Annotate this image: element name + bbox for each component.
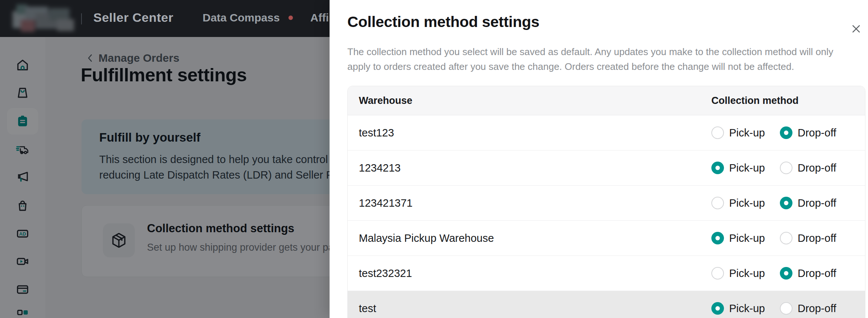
radio-label: Drop-off: [798, 162, 836, 174]
table-row: testPick-upDrop-off: [348, 291, 865, 318]
collection-method-table: Warehouse Collection method test123Pick-…: [347, 86, 865, 318]
dropoff-option[interactable]: Drop-off: [780, 150, 836, 185]
modal-description: The collection method you select will be…: [347, 44, 842, 74]
notification-dot: [288, 16, 293, 20]
dropoff-option[interactable]: Drop-off: [780, 221, 836, 256]
radio-label: Pick-up: [729, 162, 765, 174]
pickup-option[interactable]: Pick-up: [711, 221, 765, 256]
column-header-warehouse: Warehouse: [359, 95, 413, 106]
warehouse-name: test123: [359, 127, 394, 139]
dropoff-option[interactable]: Drop-off: [780, 256, 836, 291]
warehouse-name: test232321: [359, 267, 412, 280]
radio-label: Drop-off: [798, 267, 836, 280]
app-logo[interactable]: [13, 4, 76, 33]
radio-unselected[interactable]: [711, 197, 724, 209]
radio-unselected[interactable]: [711, 267, 724, 280]
radio-selected[interactable]: [711, 162, 724, 174]
radio-selected[interactable]: [780, 126, 792, 139]
close-icon: [850, 23, 862, 35]
table-body: test123Pick-upDrop-off1234213Pick-upDrop…: [348, 115, 865, 318]
radio-unselected[interactable]: [780, 302, 792, 315]
table-row: test232321Pick-upDrop-off: [348, 256, 865, 291]
table-row: 123421371Pick-upDrop-off: [348, 186, 865, 221]
radio-label: Drop-off: [798, 197, 836, 209]
table-row: test123Pick-upDrop-off: [348, 115, 865, 150]
nav-item-data-compass[interactable]: Data Compass: [203, 11, 280, 24]
dropoff-option[interactable]: Drop-off: [780, 186, 836, 220]
radio-label: Pick-up: [729, 267, 765, 280]
radio-selected[interactable]: [711, 302, 724, 315]
radio-selected[interactable]: [780, 267, 792, 280]
nav-item-affiliate[interactable]: Affi: [310, 11, 329, 24]
column-header-collection-method: Collection method: [711, 95, 799, 106]
pickup-option[interactable]: Pick-up: [711, 291, 765, 318]
warehouse-name: 1234213: [359, 162, 401, 174]
pickup-option[interactable]: Pick-up: [711, 150, 765, 185]
radio-selected[interactable]: [780, 197, 792, 209]
pickup-option[interactable]: Pick-up: [711, 115, 765, 150]
warehouse-name: test: [359, 302, 376, 315]
warehouse-name: Malaysia Pickup Warehouse: [359, 232, 494, 244]
radio-label: Pick-up: [729, 302, 765, 315]
collection-method-settings-modal: Collection method settings The collectio…: [330, 0, 868, 318]
brand-title[interactable]: Seller Center: [93, 10, 173, 25]
radio-selected[interactable]: [711, 232, 724, 244]
radio-label: Pick-up: [729, 127, 765, 139]
radio-unselected[interactable]: [780, 162, 792, 174]
radio-label: Drop-off: [798, 302, 836, 315]
radio-label: Drop-off: [798, 232, 836, 244]
table-row: Malaysia Pickup WarehousePick-upDrop-off: [348, 221, 865, 256]
dropoff-option[interactable]: Drop-off: [780, 115, 836, 150]
table-row: 1234213Pick-upDrop-off: [348, 150, 865, 186]
modal-title: Collection method settings: [347, 13, 539, 31]
radio-label: Pick-up: [729, 232, 765, 244]
radio-label: Drop-off: [798, 127, 836, 139]
pickup-option[interactable]: Pick-up: [711, 186, 765, 220]
warehouse-name: 123421371: [359, 197, 413, 209]
pickup-option[interactable]: Pick-up: [711, 256, 765, 291]
radio-label: Pick-up: [729, 197, 765, 209]
radio-unselected[interactable]: [711, 126, 724, 139]
close-button[interactable]: [849, 21, 864, 36]
radio-unselected[interactable]: [780, 232, 792, 244]
brand-divider: [81, 13, 82, 24]
table-header: Warehouse Collection method: [348, 86, 865, 115]
dropoff-option[interactable]: Drop-off: [780, 291, 836, 318]
